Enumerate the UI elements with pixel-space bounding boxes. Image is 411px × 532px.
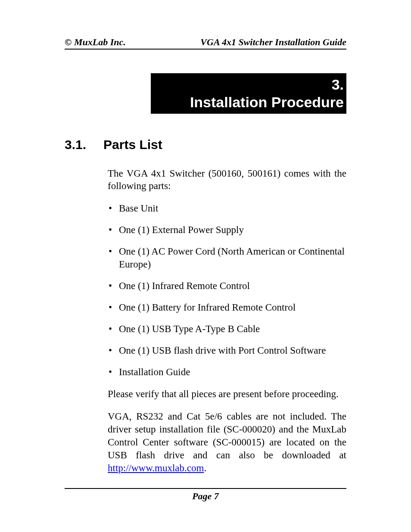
chapter-heading: 3. Installation Procedure	[151, 73, 346, 114]
list-item: One (1) USB flash drive with Port Contro…	[108, 344, 346, 357]
list-item: One (1) AC Power Cord (North American or…	[108, 245, 346, 271]
body-content: The VGA 4x1 Switcher (500160, 500161) co…	[108, 167, 346, 475]
page-number: Page 7	[65, 488, 346, 502]
list-item: One (1) Infrared Remote Control	[108, 280, 346, 292]
muxlab-link[interactable]: http://www.muxlab.com	[108, 463, 204, 473]
header-copyright: © MuxLab Inc.	[65, 37, 126, 48]
chapter-title: Installation Procedure	[153, 93, 344, 111]
verify-paragraph: Please verify that all pieces are presen…	[108, 388, 346, 401]
section-heading: 3.1. Parts List	[65, 137, 346, 152]
list-item: One (1) Battery for Infrared Remote Cont…	[108, 301, 346, 314]
header-doc-title: VGA 4x1 Switcher Installation Guide	[200, 37, 346, 48]
note-text-post: .	[204, 463, 206, 473]
list-item: Base Unit	[108, 202, 346, 215]
section-title: Parts List	[103, 137, 162, 152]
section-number: 3.1.	[65, 137, 86, 152]
page-footer: Page 7	[65, 488, 346, 502]
list-item: Installation Guide	[108, 366, 346, 379]
list-item: One (1) External Power Supply	[108, 224, 346, 236]
page-header: © MuxLab Inc. VGA 4x1 Switcher Installat…	[65, 37, 346, 50]
parts-list: Base Unit One (1) External Power Supply …	[108, 202, 346, 378]
chapter-number: 3.	[153, 76, 344, 93]
note-paragraph: VGA, RS232 and Cat 5e/6 cables are not i…	[108, 410, 346, 474]
list-item: One (1) USB Type A-Type B Cable	[108, 323, 346, 336]
note-text-pre: VGA, RS232 and Cat 5e/6 cables are not i…	[108, 411, 346, 460]
intro-paragraph: The VGA 4x1 Switcher (500160, 500161) co…	[108, 167, 346, 193]
